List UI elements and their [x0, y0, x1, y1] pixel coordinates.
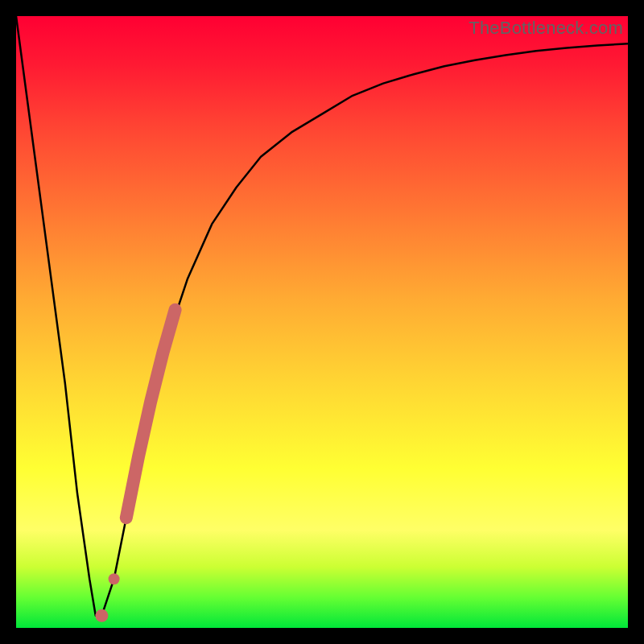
highlight-upper [126, 310, 175, 518]
highlight-dot-low [95, 609, 108, 622]
highlight-dot-mid [109, 573, 120, 584]
bottleneck-curve [16, 16, 628, 616]
curve-layer [16, 16, 628, 628]
plot-area: TheBottleneck.com [16, 16, 628, 628]
chart-frame: TheBottleneck.com [0, 0, 644, 644]
